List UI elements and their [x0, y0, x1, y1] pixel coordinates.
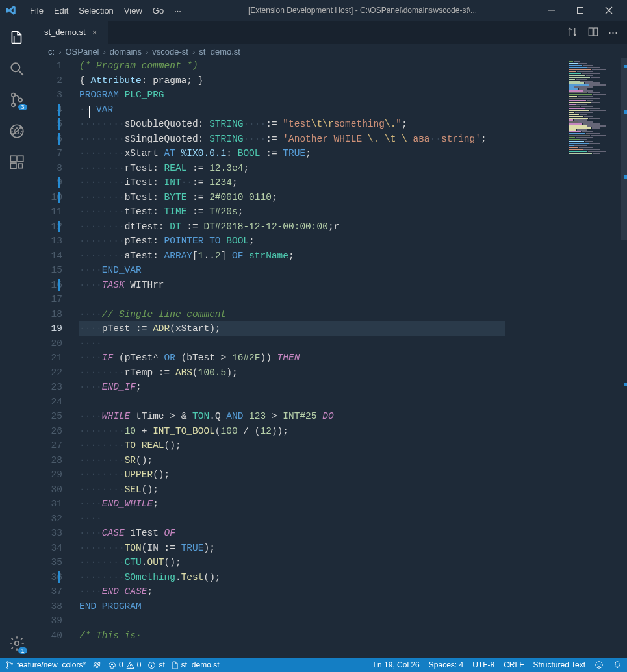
svg-rect-16 — [589, 28, 593, 36]
code-area[interactable]: 1234567891011121314151617181920212223242… — [34, 58, 627, 660]
line-gutter[interactable]: 1234567891011121314151617181920212223242… — [34, 58, 79, 660]
search-icon[interactable] — [8, 60, 26, 78]
svg-line-5 — [19, 71, 23, 75]
breadcrumb-p3[interactable]: vscode-st — [152, 47, 188, 56]
menu-go[interactable]: Go — [147, 6, 169, 16]
gear-icon[interactable]: 1 — [8, 634, 26, 653]
window-title: [Extension Development Host] - C:\OSPane… — [186, 6, 539, 15]
extensions-icon[interactable] — [8, 153, 26, 171]
svg-point-19 — [6, 667, 8, 668]
svg-point-25 — [130, 667, 131, 667]
split-icon[interactable] — [587, 26, 599, 40]
tabs-row: st_demo.st × ··· — [34, 21, 627, 44]
problems-indicator[interactable]: 0 0 — [108, 660, 141, 669]
statusbar: feature/new_colors* 0 0 st st_demo.st Ln… — [0, 658, 627, 672]
vscode-logo-icon — [5, 5, 17, 16]
cursor-position[interactable]: Ln 19, Col 26 — [373, 660, 419, 669]
svg-point-4 — [11, 63, 19, 71]
menu-overflow[interactable]: ··· — [169, 6, 186, 16]
minimap-slider[interactable] — [621, 58, 627, 240]
file-name: st_demo.st — [181, 660, 220, 669]
branch-name: feature/new_colors* — [17, 660, 86, 669]
menu-selection[interactable]: Selection — [73, 6, 118, 16]
info-indicator[interactable]: st — [147, 660, 164, 669]
menu-edit[interactable]: Edit — [49, 6, 73, 16]
encoding[interactable]: UTF-8 — [472, 660, 494, 669]
svg-point-30 — [597, 664, 598, 664]
svg-point-28 — [151, 663, 152, 664]
svg-rect-1 — [578, 8, 583, 14]
scm-icon[interactable]: 3 — [8, 91, 26, 109]
window-controls — [539, 1, 622, 19]
editor-region: st_demo.st × ··· c:› OSPanel› domains› v… — [34, 21, 627, 660]
svg-point-18 — [6, 662, 8, 663]
breadcrumb-p1[interactable]: OSPanel — [65, 47, 99, 56]
language-mode[interactable]: Structured Text — [533, 660, 585, 669]
explorer-icon[interactable] — [8, 29, 26, 47]
warnings-count: 0 — [137, 660, 142, 669]
file-indicator[interactable]: st_demo.st — [172, 660, 220, 669]
minimap[interactable] — [566, 58, 627, 660]
close-icon[interactable]: × — [92, 27, 97, 38]
errors-count: 0 — [119, 660, 123, 669]
scm-badge: 3 — [18, 104, 27, 110]
tab-st-demo[interactable]: st_demo.st × — [34, 21, 108, 44]
breadcrumb-root[interactable]: c: — [48, 47, 55, 56]
more-icon[interactable]: ··· — [608, 26, 618, 40]
breadcrumb-p2[interactable]: domains — [110, 47, 142, 56]
breadcrumb[interactable]: c:› OSPanel› domains› vscode-st› st_demo… — [34, 44, 627, 58]
minimize-button[interactable] — [539, 1, 565, 19]
svg-point-29 — [596, 662, 603, 669]
titlebar: File Edit Selection View Go ··· [Extensi… — [0, 0, 627, 21]
svg-point-7 — [12, 103, 15, 106]
close-button[interactable] — [596, 1, 622, 19]
svg-rect-12 — [18, 156, 23, 162]
menu-file[interactable]: File — [25, 6, 49, 16]
maximize-button[interactable] — [567, 1, 593, 19]
svg-point-15 — [15, 641, 19, 646]
bell-icon[interactable] — [613, 660, 622, 669]
indentation[interactable]: Spaces: 4 — [429, 660, 463, 669]
sync-icon[interactable] — [92, 660, 101, 669]
svg-rect-11 — [10, 156, 16, 162]
tab-label: st_demo.st — [44, 27, 86, 37]
svg-rect-13 — [10, 163, 16, 169]
menu-view[interactable]: View — [119, 6, 147, 16]
info-text: st — [159, 660, 164, 669]
breadcrumb-file[interactable]: st_demo.st — [199, 47, 240, 56]
compare-icon[interactable] — [567, 26, 578, 40]
branch-indicator[interactable]: feature/new_colors* — [5, 660, 86, 669]
svg-rect-14 — [18, 164, 22, 168]
svg-point-31 — [600, 664, 600, 664]
svg-point-6 — [12, 93, 15, 97]
svg-rect-17 — [594, 28, 598, 36]
eol[interactable]: CRLF — [504, 660, 524, 669]
code-content[interactable]: (* Program comment *){ Attribute: pragma… — [79, 58, 566, 660]
gear-badge: 1 — [18, 647, 27, 654]
activity-bar: 3 1 — [0, 21, 34, 660]
debug-icon[interactable] — [8, 122, 26, 140]
feedback-icon[interactable] — [595, 660, 604, 669]
svg-point-8 — [19, 98, 22, 101]
